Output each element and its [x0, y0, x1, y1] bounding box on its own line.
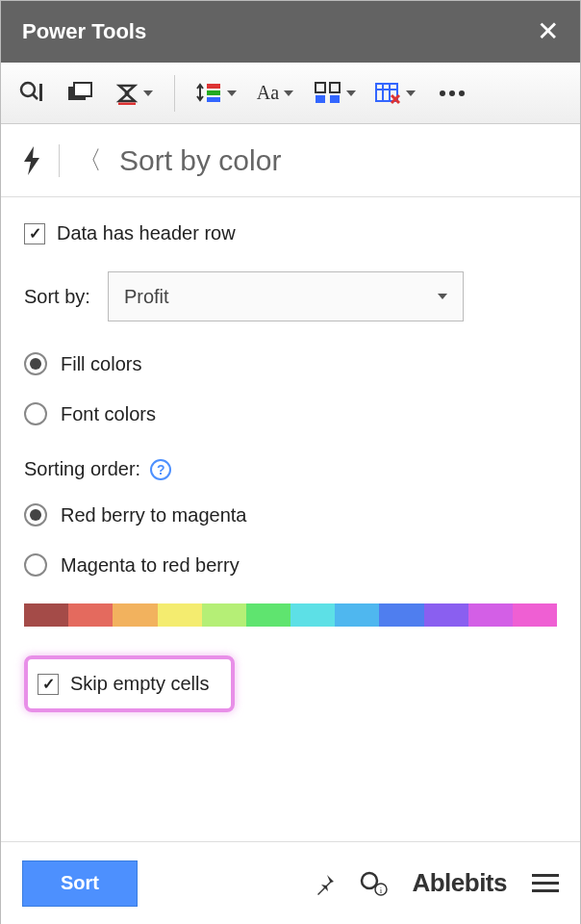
- tool-split-dropdown[interactable]: [308, 72, 362, 115]
- content: Data has header row Sort by: Profit Fill…: [1, 197, 580, 712]
- chevron-down-icon: [143, 90, 153, 96]
- header-row-label: Data has header row: [57, 222, 236, 244]
- spectrum-swatch: [468, 603, 513, 627]
- chevron-down-icon: [227, 90, 237, 96]
- svg-rect-10: [330, 83, 340, 92]
- sorting-order-label-row: Sorting order: ?: [24, 458, 557, 480]
- sort-by-label: Sort by:: [24, 286, 90, 308]
- skip-empty-highlight: Skip empty cells: [24, 655, 235, 712]
- spectrum-swatch: [246, 603, 290, 627]
- chevron-down-icon: [438, 294, 447, 299]
- radio-icon: [24, 402, 47, 425]
- pin-icon[interactable]: [308, 866, 342, 901]
- tool-more-icon[interactable]: [431, 72, 473, 115]
- spectrum-swatch: [513, 603, 557, 627]
- spectrum-swatch: [379, 603, 423, 627]
- brand-label: Ablebits: [412, 868, 507, 898]
- close-icon[interactable]: ✕: [537, 18, 559, 45]
- sort-by-value: Profit: [124, 286, 169, 308]
- order-rb-to-m-label: Red berry to magenta: [61, 504, 246, 526]
- order-rb-to-m-radio[interactable]: Red berry to magenta: [24, 503, 557, 526]
- font-colors-radio[interactable]: Font colors: [24, 402, 557, 425]
- svg-rect-12: [330, 95, 340, 103]
- radio-icon: [24, 553, 47, 577]
- svg-rect-6: [207, 84, 220, 89]
- spectrum-swatch: [68, 603, 113, 627]
- sort-button[interactable]: Sort: [22, 860, 138, 907]
- color-spectrum: [24, 603, 557, 627]
- spectrum-swatch: [24, 603, 68, 627]
- chevron-down-icon: [284, 90, 293, 96]
- sort-by-row: Sort by: Profit: [24, 271, 557, 321]
- menu-icon[interactable]: [532, 869, 559, 897]
- spectrum-swatch: [158, 603, 202, 627]
- svg-point-17: [440, 90, 445, 96]
- footer: Sort i Ablebits: [1, 841, 580, 924]
- breadcrumb: 〈 Sort by color: [1, 124, 580, 197]
- svg-rect-8: [207, 97, 220, 102]
- svg-rect-11: [316, 95, 325, 103]
- order-m-to-rb-label: Magenta to red berry: [61, 554, 240, 577]
- skip-empty-label: Skip empty cells: [70, 673, 210, 695]
- checkbox-icon: [24, 223, 45, 244]
- spectrum-swatch: [424, 603, 468, 627]
- font-colors-label: Font colors: [61, 403, 156, 425]
- app-title: Power Tools: [22, 19, 146, 44]
- tool-text-dropdown[interactable]: Aa: [248, 72, 302, 115]
- chevron-down-icon: [346, 90, 356, 96]
- checkbox-icon: [38, 674, 59, 695]
- toolbar-separator: [174, 75, 175, 112]
- toolbar: Aa: [1, 63, 580, 124]
- tool-sum-dropdown[interactable]: [107, 72, 161, 115]
- svg-point-0: [21, 83, 35, 96]
- tool-clear-dropdown[interactable]: [367, 72, 421, 115]
- back-chevron-icon[interactable]: 〈: [77, 143, 102, 177]
- svg-point-19: [459, 90, 465, 96]
- svg-rect-7: [207, 90, 220, 95]
- header-row-checkbox-row[interactable]: Data has header row: [24, 222, 557, 244]
- order-m-to-rb-radio[interactable]: Magenta to red berry: [24, 553, 557, 577]
- spectrum-swatch: [113, 603, 157, 627]
- tool-sort-color-dropdown[interactable]: [189, 72, 242, 115]
- sort-by-select[interactable]: Profit: [108, 271, 464, 321]
- spectrum-swatch: [202, 603, 246, 627]
- titlebar: Power Tools ✕: [1, 1, 580, 63]
- svg-rect-9: [316, 83, 325, 92]
- svg-rect-2: [39, 84, 42, 101]
- bolt-icon[interactable]: [22, 146, 41, 175]
- search-info-icon[interactable]: i: [356, 866, 391, 901]
- radio-icon: [24, 503, 47, 526]
- radio-icon: [24, 352, 47, 375]
- svg-point-20: [362, 873, 377, 888]
- svg-point-18: [449, 90, 455, 96]
- skip-empty-checkbox-row[interactable]: Skip empty cells: [38, 673, 210, 695]
- spectrum-swatch: [335, 603, 379, 627]
- help-icon[interactable]: ?: [150, 459, 171, 480]
- sorting-order-label: Sorting order:: [24, 458, 140, 480]
- fill-colors-label: Fill colors: [61, 353, 141, 375]
- chevron-down-icon: [406, 90, 416, 96]
- tool-sheets-icon[interactable]: [59, 72, 101, 115]
- spectrum-swatch: [290, 603, 335, 627]
- fill-colors-radio[interactable]: Fill colors: [24, 352, 557, 375]
- svg-line-1: [33, 94, 38, 99]
- svg-rect-4: [74, 83, 91, 96]
- page-title: Sort by color: [119, 144, 281, 177]
- breadcrumb-separator: [59, 144, 60, 177]
- tool-find-icon[interactable]: [11, 72, 53, 115]
